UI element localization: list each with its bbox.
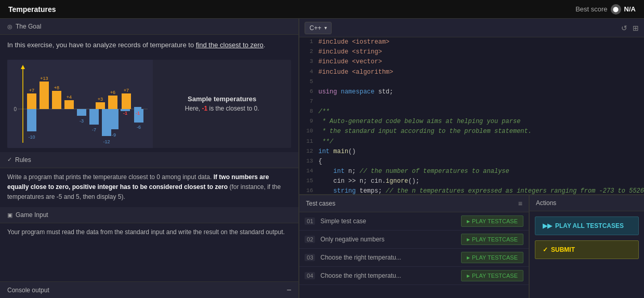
- line-number: 2: [304, 47, 318, 57]
- goal-icon: ◎: [7, 23, 12, 30]
- play-testcase-button[interactable]: ▶ PLAY TESTCASE: [461, 215, 523, 227]
- test-case-name: Choose the right temperatu...: [320, 254, 455, 261]
- line-content: int main(): [318, 147, 356, 157]
- code-line: 4#include <algorithm>: [299, 67, 644, 77]
- game-input-header: ▣ Game Input: [0, 207, 298, 223]
- svg-text:+3: +3: [98, 97, 103, 102]
- line-content: #include <string>: [318, 47, 382, 57]
- top-bar: Temperatures Best score ⬤ N/A: [0, 0, 644, 19]
- actions-content: ▶▶ PLAY ALL TESTCASES ✓ SUBMIT: [530, 211, 644, 264]
- svg-text:-3: -3: [80, 118, 84, 124]
- test-case-row: 01 Simple test case ▶ PLAY TESTCASE: [299, 212, 529, 231]
- play-icon: ▶: [467, 274, 470, 278]
- svg-rect-15: [89, 109, 99, 125]
- svg-rect-31: [122, 93, 131, 109]
- goal-section: In this exercise, you have to analyze re…: [0, 35, 298, 56]
- line-content: cin >> n; cin.ignore();: [318, 177, 419, 186]
- code-line: 9 * Auto-generated code below aims at he…: [299, 117, 644, 127]
- svg-rect-9: [52, 91, 61, 109]
- play-icon: ▶: [467, 219, 470, 224]
- language-select[interactable]: C++ ▾: [305, 22, 332, 34]
- code-line: 11 **/: [299, 137, 644, 147]
- test-case-row: 02 Only negative numbers ▶ PLAY TESTCASE: [299, 231, 529, 249]
- test-case-row: 04 Choose the right temperatu... ▶ PLAY …: [299, 267, 529, 285]
- line-content: * Auto-generated code below aims at help…: [318, 117, 520, 127]
- line-number: 11: [304, 137, 318, 146]
- svg-text:-9: -9: [112, 132, 116, 138]
- code-line: 10 * the standard input according to the…: [299, 127, 644, 137]
- line-number: 7: [304, 97, 318, 106]
- goal-text: In this exercise, you have to analyze re…: [7, 40, 291, 50]
- test-case-number: 01: [305, 218, 315, 225]
- test-cases-panel: Test cases ≡ 01 Simple test case ▶ PLAY …: [299, 195, 530, 298]
- rules-header: ✓ Rules: [0, 152, 298, 168]
- line-number: 9: [304, 117, 318, 126]
- chart-container: 0 +7 +13 +8 +4 -3: [7, 60, 291, 148]
- play-testcase-button[interactable]: ▶ PLAY TESTCASE: [461, 252, 523, 263]
- rules-section: ✓ Rules Write a program that prints the …: [0, 152, 298, 208]
- line-number: 1: [304, 37, 318, 47]
- code-line: 1#include <iostream>: [299, 37, 644, 47]
- best-score-label: Best score: [575, 5, 607, 13]
- temperature-chart: 0 +7 +13 +8 +4 -3: [7, 60, 153, 148]
- actions-header: Actions: [530, 195, 644, 211]
- actions-panel: Actions ▶▶ PLAY ALL TESTCASES ✓ SUBMIT: [530, 195, 644, 298]
- code-line: 15 cin >> n; cin.ignore();: [299, 177, 644, 186]
- line-number: 5: [304, 77, 318, 87]
- chart-sample-title: Sample temperatures: [188, 95, 256, 103]
- code-line: 5: [299, 77, 644, 87]
- svg-rect-18: [27, 109, 36, 131]
- svg-rect-29: [109, 109, 119, 129]
- svg-rect-35: [134, 107, 141, 109]
- svg-text:0: 0: [14, 106, 17, 112]
- svg-text:-7: -7: [92, 127, 96, 132]
- svg-text:-6: -6: [137, 125, 141, 130]
- editor-toolbar: C++ ▾ ↺ ⊞: [299, 19, 644, 37]
- test-case-number: 04: [305, 272, 315, 279]
- submit-check-icon: ✓: [543, 246, 548, 253]
- play-btn-label: PLAY TESTCASE: [472, 236, 518, 242]
- line-content: * the standard input according to the pr…: [318, 127, 531, 137]
- play-all-label: PLAY ALL TESTCASES: [555, 222, 624, 229]
- test-case-name: Simple test case: [320, 218, 455, 225]
- chart-sample-sub: Here, -1 is the closest to 0.: [185, 105, 259, 112]
- line-content: using namespace std;: [318, 87, 393, 97]
- code-line: 13{: [299, 157, 644, 167]
- console-title: Console output: [7, 287, 49, 294]
- line-content: **/: [318, 137, 333, 147]
- console-minimize-button[interactable]: −: [286, 286, 291, 295]
- code-line: 2#include <string>: [299, 47, 644, 57]
- play-all-button[interactable]: ▶▶ PLAY ALL TESTCASES: [535, 216, 639, 235]
- svg-text:+7: +7: [124, 88, 129, 93]
- svg-text:+6: +6: [110, 90, 115, 95]
- submit-label: SUBMIT: [551, 246, 575, 253]
- code-line: 8/**: [299, 107, 644, 117]
- play-testcase-button[interactable]: ▶ PLAY TESTCASE: [461, 270, 523, 281]
- svg-text:-12: -12: [103, 139, 110, 144]
- play-icon: ▶: [467, 237, 470, 242]
- code-line: 3#include <vector>: [299, 57, 644, 67]
- svg-rect-11: [64, 100, 74, 109]
- test-cases-menu-icon[interactable]: ≡: [518, 199, 522, 208]
- editor-action-icons: ↺ ⊞: [621, 24, 639, 32]
- chart-wrapper: 0 +7 +13 +8 +4 -3: [7, 60, 153, 148]
- svg-text:-1: -1: [136, 111, 140, 116]
- expand-icon[interactable]: ⊞: [633, 24, 639, 32]
- chart-label-area: Sample temperatures Here, -1 is the clos…: [153, 90, 291, 117]
- play-btn-label: PLAY TESTCASE: [472, 254, 518, 261]
- line-content: /**: [318, 107, 330, 117]
- test-case-number: 03: [305, 254, 315, 261]
- test-cases-list: 01 Simple test case ▶ PLAY TESTCASE 02 O…: [299, 212, 529, 285]
- svg-text:+4: +4: [67, 94, 72, 100]
- line-content: string temps; // the n temperatures expr…: [318, 186, 644, 194]
- code-editor[interactable]: 1#include <iostream>2#include <string>3#…: [299, 37, 644, 194]
- svg-text:-1: -1: [123, 111, 127, 116]
- svg-text:+8: +8: [54, 85, 59, 90]
- line-number: 14: [304, 167, 318, 176]
- submit-button[interactable]: ✓ SUBMIT: [535, 240, 639, 259]
- line-content: int n; // the number of temperatures to …: [318, 167, 509, 177]
- line-number: 12: [304, 147, 318, 156]
- play-testcase-button[interactable]: ▶ PLAY TESTCASE: [461, 234, 523, 245]
- test-case-row: 03 Choose the right temperatu... ▶ PLAY …: [299, 249, 529, 267]
- refresh-icon[interactable]: ↺: [621, 24, 627, 32]
